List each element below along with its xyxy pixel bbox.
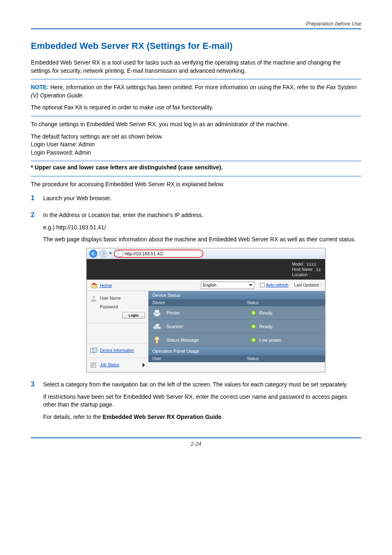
step-number: 2: [31, 211, 43, 376]
divider: [31, 79, 361, 79]
page-icon: [118, 251, 123, 257]
home-bar: Home English Auto-refresh Last Updated :: [87, 280, 325, 291]
case-sensitive-note: * Upper case and lower case letters are …: [31, 164, 361, 172]
chevron-down-icon: [249, 284, 252, 286]
step-example: e.g.) http://10.183.51.41/: [43, 224, 361, 232]
device-info-icon: [90, 347, 97, 354]
job-status-icon: [90, 362, 97, 368]
status-row-message: Status Message Low power.: [148, 333, 325, 347]
url-text: http://10.183.51.41/: [125, 251, 164, 256]
step-number: 3: [31, 381, 43, 425]
step-text: Launch your Web browser.: [43, 194, 361, 203]
chevron-right-icon: [143, 363, 145, 367]
device-info-bar: Model : ▮▮▮▮ Host Name : ▮▮ Location :: [87, 259, 325, 280]
svg-point-0: [92, 296, 95, 298]
svg-rect-5: [155, 310, 159, 312]
note-paragraph: NOTE: Here, information on the FAX setti…: [31, 83, 361, 99]
scanner-icon: [152, 322, 161, 331]
step-detail: For details, refer to the Embedded Web S…: [43, 413, 361, 421]
status-indicator-icon: [251, 310, 256, 315]
svg-rect-6: [155, 314, 159, 316]
login-intro: To change settings in Embedded Web Serve…: [31, 120, 361, 129]
divider: [31, 176, 361, 176]
status-message-icon: [152, 336, 161, 344]
password-label: Password: [100, 305, 118, 309]
back-button[interactable]: [89, 250, 97, 258]
step-1: 1 Launch your Web browser.: [31, 194, 361, 207]
procedure-intro: The procedure for accessing Embedded Web…: [31, 180, 361, 189]
status-row-printer: Printer Ready.: [148, 306, 325, 320]
status-row-scanner: Scanner Ready.: [148, 320, 325, 333]
page-title: Embedded Web Server RX (Settings for E-m…: [31, 41, 361, 51]
operation-panel-header: Operation Panel Usage: [148, 347, 325, 355]
device-information-link[interactable]: Device Information: [100, 348, 134, 353]
step-text: In the Address or Location bar, enter th…: [43, 211, 361, 220]
browser-toolbar: http://10.183.51.41/: [87, 248, 325, 259]
last-updated: Last Updated :: [294, 283, 325, 287]
table-header: User Status: [148, 355, 325, 362]
step-text: Select a category from the navigation ba…: [43, 381, 361, 389]
svg-rect-9: [156, 340, 158, 343]
username-label: User Name: [100, 296, 121, 301]
step-3: 3 Select a category from the navigation …: [31, 381, 361, 425]
auto-refresh[interactable]: Auto-refresh: [254, 283, 294, 287]
svg-rect-7: [153, 326, 161, 329]
intro-paragraph: Embedded Web Server RX is a tool used fo…: [31, 59, 361, 75]
history-dropdown-icon[interactable]: [109, 252, 112, 254]
table-header: Device Status: [148, 299, 325, 306]
page-number: 2-24: [31, 441, 361, 447]
step-2: 2 In the Address or Location bar, enter …: [31, 211, 361, 376]
sidebar: User Name Password Login: [87, 291, 148, 372]
home-icon: [91, 282, 97, 288]
page-header: Preparation before Use: [31, 21, 361, 29]
main-panel: Device Status Device Status Printer Re: [148, 291, 325, 372]
user-icon: [90, 295, 97, 302]
default-intro: The default factory settings are set as …: [31, 133, 361, 141]
home-link[interactable]: Home: [100, 283, 112, 288]
footer-divider: [31, 437, 361, 438]
svg-rect-2: [93, 348, 97, 352]
status-indicator-icon: [251, 338, 256, 342]
forward-button[interactable]: [99, 250, 107, 258]
step-number: 1: [31, 194, 43, 207]
step-restriction: If restrictions have been set for Embedd…: [43, 393, 361, 409]
step-desc: The web page displays basic information …: [43, 236, 361, 244]
divider: [31, 161, 361, 161]
device-status-header: Device Status: [148, 291, 325, 299]
note-label: NOTE:: [31, 84, 49, 90]
note-line2: The optional Fax Kit is required in orde…: [31, 104, 361, 112]
checkbox-icon[interactable]: [260, 283, 265, 287]
status-indicator-icon: [251, 324, 256, 329]
language-select[interactable]: English: [201, 282, 254, 289]
embedded-screenshot: http://10.183.51.41/ Model : ▮▮▮▮ Host N…: [86, 248, 325, 372]
login-user: Login User Name: Admin: [31, 141, 361, 149]
job-status-link[interactable]: Job Status: [100, 363, 119, 367]
login-button[interactable]: Login: [122, 312, 145, 319]
printer-icon: [152, 309, 161, 317]
divider: [31, 116, 361, 116]
login-pass: Login Password: Admin: [31, 149, 361, 157]
address-bar[interactable]: http://10.183.51.41/: [114, 250, 203, 258]
